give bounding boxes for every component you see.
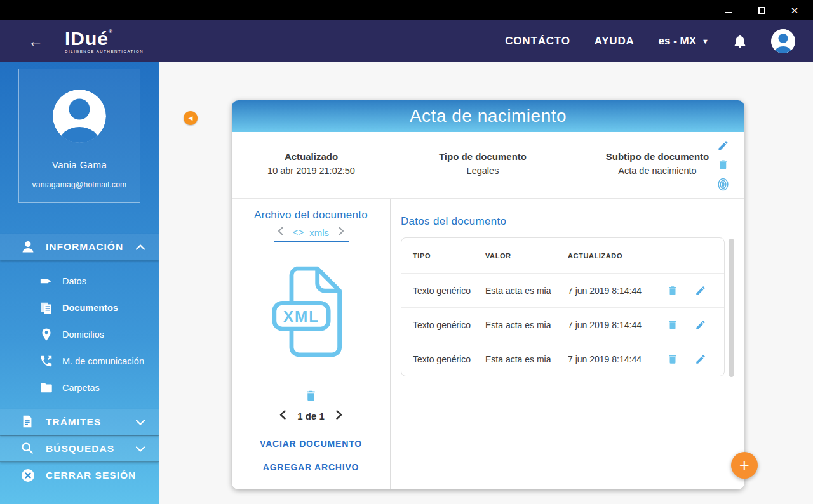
- language-selector[interactable]: es - MX ▼: [659, 35, 709, 48]
- cell-actualizado: 7 jun 2019 8:14:44: [568, 354, 664, 364]
- table-row: Texto genérico Esta acta es mia 7 jun 20…: [401, 342, 724, 376]
- main-content: ◀ Acta de nacimiento Actualizado 10 abr …: [159, 62, 813, 504]
- language-label: es - MX: [659, 35, 697, 48]
- pager-prev-icon[interactable]: [279, 410, 286, 422]
- app-logo: IDué® DILIGENCE AUTHENTICATION: [65, 29, 144, 53]
- row-edit-pencil-icon[interactable]: [695, 354, 706, 365]
- documents-icon: [39, 301, 53, 315]
- logo-text: IDué: [65, 28, 109, 49]
- sidebar-item-documentos[interactable]: Documentos: [0, 295, 159, 321]
- meta-label: Subtipo de documento: [575, 151, 740, 162]
- file-tab-switcher: <> xmls: [278, 227, 344, 238]
- back-arrow-icon[interactable]: ←: [28, 34, 43, 49]
- agregar-archivo-link[interactable]: AGREGAR ARCHIVO: [263, 462, 359, 472]
- sidebar-item-label: Datos: [62, 276, 86, 286]
- document-card-header: Acta de nacimiento: [232, 100, 744, 132]
- chevron-left-icon[interactable]: [278, 227, 284, 238]
- tag-icon: [39, 274, 53, 288]
- delete-trash-icon[interactable]: [717, 159, 729, 171]
- tab-xmls[interactable]: xmls: [309, 227, 329, 238]
- notifications-bell-icon[interactable]: [733, 34, 747, 49]
- row-edit-pencil-icon[interactable]: [695, 319, 706, 331]
- cell-tipo: Texto genérico: [401, 320, 485, 330]
- section-label: TRÁMITES: [46, 416, 101, 428]
- window-title-bar: ✕: [0, 0, 813, 20]
- add-fab-button[interactable]: +: [731, 452, 758, 479]
- fingerprint-icon[interactable]: [717, 178, 729, 191]
- pager-next-icon[interactable]: [336, 410, 342, 422]
- datos-panel: Datos del documento TIPO VALOR ACTUALIZA…: [391, 199, 744, 489]
- chevron-right-icon[interactable]: [338, 227, 344, 238]
- table-row: Texto genérico Esta acta es mia 7 jun 20…: [401, 273, 724, 307]
- cell-actualizado: 7 jun 2019 8:14:44: [568, 286, 664, 296]
- nav-ayuda[interactable]: AYUDA: [595, 35, 635, 48]
- meta-label: Tipo de documento: [391, 151, 575, 162]
- sidebar-item-label: M. de comunicación: [62, 356, 144, 366]
- section-label: BÚSQUEDAS: [46, 443, 114, 454]
- table-scrollbar[interactable]: [729, 239, 734, 377]
- xml-file-icon[interactable]: XML: [271, 265, 352, 361]
- minimize-icon[interactable]: [719, 2, 738, 18]
- cell-valor: Esta acta es mia: [485, 320, 568, 330]
- meta-tipo: Tipo de documento Legales: [391, 151, 575, 198]
- folder-icon: [39, 381, 53, 395]
- datos-heading: Datos del documento: [401, 215, 744, 228]
- location-pin-icon: [39, 328, 53, 342]
- person-icon: [20, 239, 36, 255]
- edit-pencil-icon[interactable]: [717, 140, 729, 152]
- chevron-down-icon: [136, 416, 145, 428]
- sidebar-item-domicilios[interactable]: Domicilios: [0, 321, 159, 348]
- app-header: ← IDué® DILIGENCE AUTHENTICATION CONTÁCT…: [0, 20, 813, 62]
- profile-name: Vania Gama: [52, 159, 107, 170]
- sidebar-item-label: Domicilios: [62, 329, 104, 340]
- row-delete-trash-icon[interactable]: [667, 285, 678, 296]
- cell-tipo: Texto genérico: [401, 354, 485, 364]
- profile-email: vaniagamag@hotmail.com: [32, 180, 127, 189]
- datos-table: TIPO VALOR ACTUALIZADO Texto genérico Es…: [401, 237, 725, 376]
- row-delete-trash-icon[interactable]: [667, 354, 678, 365]
- sidebar-nav-list: Datos Documentos Domicilios M. de comuni…: [0, 260, 159, 406]
- sidebar-item-label: Carpetas: [62, 383, 100, 393]
- close-icon[interactable]: ✕: [785, 2, 804, 18]
- chevron-up-icon: [136, 241, 145, 253]
- meta-subtipo: Subtipo de documento Acta de nacimiento: [575, 151, 740, 198]
- meta-actualizado: Actualizado 10 abr 2019 21:02:50: [232, 151, 391, 198]
- sidebar-collapse-button[interactable]: ◀: [184, 111, 198, 125]
- profile-avatar: [53, 90, 106, 143]
- vaciar-documento-link[interactable]: VACIAR DOCUMENTO: [260, 439, 362, 449]
- user-avatar[interactable]: [771, 29, 795, 53]
- meta-label: Actualizado: [232, 151, 391, 162]
- search-icon: [20, 441, 36, 456]
- cell-valor: Esta acta es mia: [485, 354, 568, 364]
- code-icon: <>: [293, 227, 304, 237]
- column-header-valor: VALOR: [485, 252, 568, 260]
- profile-card: Vania Gama vaniagamag@hotmail.com: [18, 69, 140, 203]
- file-icon: [20, 414, 36, 430]
- meta-value: Acta de nacimiento: [575, 166, 740, 176]
- sidebar-section-busquedas[interactable]: BÚSQUEDAS: [0, 435, 159, 462]
- sidebar-section-tramites[interactable]: TRÁMITES: [0, 409, 159, 435]
- row-edit-pencil-icon[interactable]: [695, 285, 706, 296]
- sidebar-section-informacion[interactable]: INFORMACIÓN: [0, 234, 159, 260]
- logout-button[interactable]: CERRAR SESIÓN: [0, 462, 159, 489]
- sidebar-item-carpetas[interactable]: Carpetas: [0, 375, 159, 401]
- sidebar-item-comunicacion[interactable]: M. de comunicación: [0, 348, 159, 375]
- meta-value: Legales: [391, 166, 575, 176]
- document-card: Acta de nacimiento Actualizado 10 abr 20…: [232, 100, 744, 489]
- column-header-tipo: TIPO: [401, 252, 485, 260]
- sidebar-item-datos[interactable]: Datos: [0, 268, 159, 295]
- sidebar-item-label: Documentos: [62, 303, 118, 313]
- close-circle-icon: [20, 468, 36, 483]
- row-delete-trash-icon[interactable]: [667, 319, 678, 331]
- maximize-icon[interactable]: [752, 2, 771, 18]
- delete-file-trash-icon[interactable]: [304, 389, 318, 405]
- tab-underline: [274, 241, 349, 242]
- sidebar: Vania Gama vaniagamag@hotmail.com INFORM…: [0, 62, 159, 504]
- archivo-panel: Archivo del documento <> xmls: [232, 199, 391, 489]
- section-label: INFORMACIÓN: [46, 241, 123, 253]
- cell-valor: Esta acta es mia: [485, 286, 568, 296]
- nav-contacto[interactable]: CONTÁCTO: [505, 35, 570, 48]
- pager-label: 1 de 1: [297, 411, 325, 421]
- table-row: Texto genérico Esta acta es mia 7 jun 20…: [401, 307, 724, 342]
- chevron-down-icon: ▼: [702, 37, 709, 45]
